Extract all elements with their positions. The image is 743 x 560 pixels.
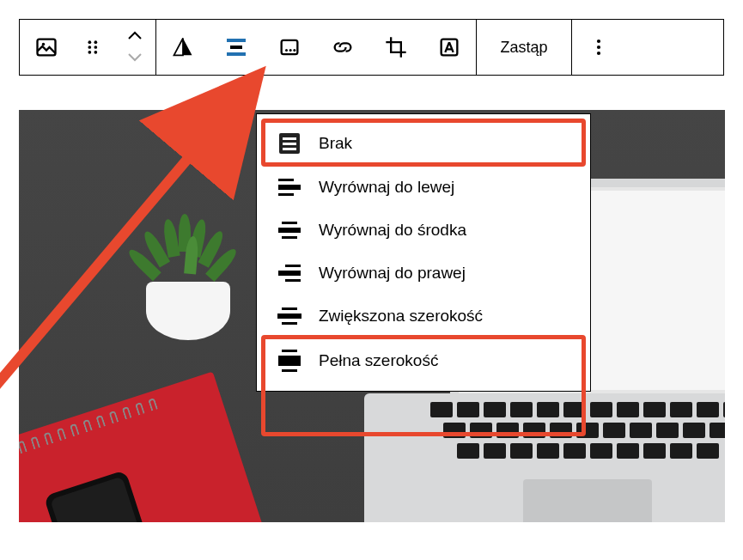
drag-icon bbox=[82, 35, 106, 59]
svg-point-5 bbox=[94, 46, 97, 49]
style-button[interactable] bbox=[156, 20, 210, 75]
align-button[interactable] bbox=[210, 20, 263, 75]
image-icon bbox=[34, 35, 58, 59]
align-none-icon bbox=[277, 133, 301, 154]
menu-item-center[interactable]: Wyrównaj do środka bbox=[257, 209, 590, 252]
replace-button[interactable]: Zastąp bbox=[477, 20, 571, 75]
align-icon bbox=[227, 39, 246, 56]
link-icon bbox=[331, 35, 355, 59]
svg-point-2 bbox=[88, 40, 91, 44]
menu-item-label: Wyrównaj do środka bbox=[319, 221, 466, 240]
toolbar-group-replace: Zastąp bbox=[477, 20, 572, 75]
svg-point-15 bbox=[597, 52, 600, 55]
move-up-button[interactable] bbox=[127, 27, 143, 46]
block-toolbar: Zastąp bbox=[19, 19, 724, 76]
block-type-button[interactable] bbox=[20, 20, 73, 75]
svg-rect-8 bbox=[282, 40, 298, 54]
kebab-icon bbox=[587, 35, 611, 59]
style-triangle-icon bbox=[171, 35, 195, 59]
menu-item-label: Brak bbox=[319, 134, 352, 153]
svg-point-14 bbox=[597, 46, 600, 49]
menu-item-label: Zwiększona szerokość bbox=[319, 307, 483, 326]
chevron-up-icon bbox=[127, 31, 143, 41]
menu-item-full[interactable]: Pełna szerokość bbox=[257, 338, 590, 384]
toolbar-group-align bbox=[156, 20, 477, 75]
drag-handle-button[interactable] bbox=[73, 20, 114, 75]
svg-point-1 bbox=[42, 43, 46, 46]
more-options-button[interactable] bbox=[572, 20, 625, 75]
svg-point-7 bbox=[94, 51, 97, 54]
link-button[interactable] bbox=[316, 20, 369, 75]
toolbar-group-block bbox=[20, 20, 156, 75]
text-overlay-button[interactable] bbox=[423, 20, 476, 75]
svg-point-9 bbox=[285, 49, 288, 52]
svg-point-6 bbox=[88, 51, 91, 54]
menu-item-none[interactable]: Brak bbox=[257, 121, 590, 166]
align-right-icon bbox=[277, 265, 301, 282]
svg-point-11 bbox=[293, 49, 295, 52]
menu-item-label: Wyrównaj do prawej bbox=[319, 264, 466, 283]
menu-item-label: Pełna szerokość bbox=[319, 351, 438, 370]
svg-rect-12 bbox=[442, 40, 458, 56]
menu-item-label: Wyrównaj do lewej bbox=[319, 178, 454, 197]
svg-point-10 bbox=[289, 49, 292, 52]
align-full-icon bbox=[277, 350, 301, 372]
caption-button[interactable] bbox=[263, 20, 316, 75]
menu-item-wide[interactable]: Zwiększona szerokość bbox=[257, 295, 590, 338]
chevron-down-icon bbox=[127, 52, 143, 62]
align-wide-icon bbox=[277, 307, 301, 325]
menu-item-left[interactable]: Wyrównaj do lewej bbox=[257, 166, 590, 209]
caption-icon bbox=[277, 35, 301, 59]
move-updown bbox=[114, 27, 155, 67]
crop-button[interactable] bbox=[369, 20, 423, 75]
svg-point-13 bbox=[597, 40, 600, 43]
svg-point-4 bbox=[88, 46, 91, 49]
svg-point-3 bbox=[94, 40, 97, 44]
menu-item-right[interactable]: Wyrównaj do prawej bbox=[257, 252, 590, 295]
align-center-icon bbox=[277, 222, 301, 239]
align-left-icon bbox=[277, 179, 301, 196]
toolbar-group-more bbox=[572, 20, 625, 75]
move-down-button[interactable] bbox=[127, 48, 143, 67]
crop-icon bbox=[384, 35, 408, 59]
align-dropdown: Brak Wyrównaj do lewej Wyrównaj do środk… bbox=[256, 113, 591, 392]
text-overlay-icon bbox=[437, 35, 461, 59]
pot-graphic bbox=[146, 282, 230, 340]
